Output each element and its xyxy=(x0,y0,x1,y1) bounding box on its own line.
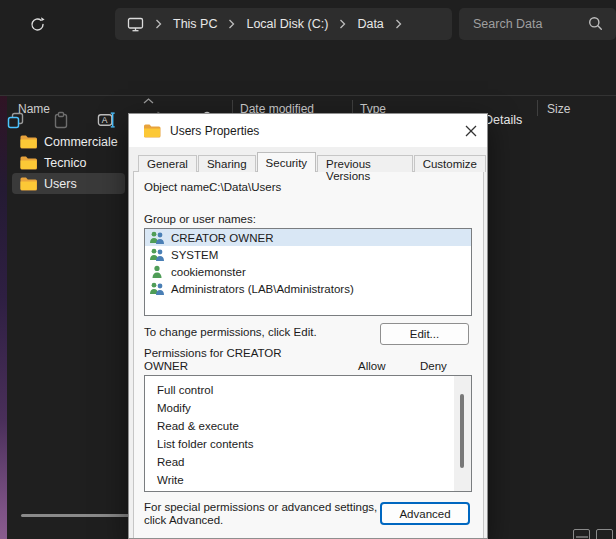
permission-name: Read xyxy=(157,456,185,468)
folder-name: Users xyxy=(44,177,77,191)
refresh-button[interactable] xyxy=(26,13,48,35)
dialog-title: Users Properties xyxy=(170,124,259,138)
icons-view-toggle[interactable] xyxy=(596,529,613,539)
folder-icon xyxy=(20,135,37,149)
permission-row-list-folder-contents: List folder contents xyxy=(145,435,453,453)
group-icon xyxy=(149,248,165,261)
command-bar: A xyxy=(0,48,616,96)
svg-text:A: A xyxy=(102,115,108,125)
tab-security[interactable]: Security xyxy=(257,152,317,172)
group-user-list: CREATOR OWNER SYSTEM cookiemonster xyxy=(144,228,472,316)
group-row-administrators[interactable]: Administrators (LAB\Administrators) xyxy=(145,280,471,297)
folder-row-commerciale[interactable]: Commerciale xyxy=(12,131,125,152)
search-icon xyxy=(588,16,603,34)
rename-button[interactable]: A xyxy=(97,110,117,130)
folder-row-tecnico[interactable]: Tecnico xyxy=(12,152,125,173)
groups-label: Group or user names: xyxy=(144,213,256,225)
permission-name: Write xyxy=(157,474,184,486)
group-name: SYSTEM xyxy=(171,249,218,261)
column-divider[interactable] xyxy=(537,100,538,116)
dialog-close-button[interactable] xyxy=(462,122,479,139)
breadcrumb-data[interactable]: Data xyxy=(357,17,383,31)
breadcrumb-this-pc[interactable]: This PC xyxy=(173,17,217,31)
details-view-toggle[interactable] xyxy=(573,529,590,539)
paste-button[interactable] xyxy=(51,110,71,130)
column-header-name[interactable]: Name xyxy=(18,102,50,116)
folder-icon xyxy=(20,156,37,170)
tab-sharing[interactable]: Sharing xyxy=(198,155,256,172)
advanced-hint: For special permissions or advanced sett… xyxy=(144,501,377,513)
object-name-value: C:\Data\Users xyxy=(209,181,281,193)
permissions-for-label-2: OWNER xyxy=(144,360,188,372)
edit-button[interactable]: Edit... xyxy=(380,323,469,345)
permissions-for-label: Permissions for CREATOR xyxy=(144,347,282,359)
advanced-button[interactable]: Advanced xyxy=(380,502,470,525)
navigation-bar: This PC Local Disk (C:) Data Search Data xyxy=(0,0,616,48)
chevron-right-icon xyxy=(339,19,346,29)
permissions-scrollbar[interactable] xyxy=(454,376,471,492)
refresh-icon xyxy=(29,16,46,33)
advanced-hint-2: click Advanced. xyxy=(144,514,223,526)
breadcrumb: This PC Local Disk (C:) Data xyxy=(115,8,452,40)
search-placeholder: Search Data xyxy=(473,17,542,31)
group-name: cookiemonster xyxy=(171,266,246,278)
permission-row-modify: Modify xyxy=(145,399,453,417)
close-icon xyxy=(465,125,477,137)
dialog-tabs: General Sharing Security Previous Versio… xyxy=(138,153,487,172)
permission-row-write: Write xyxy=(145,471,453,489)
search-input[interactable]: Search Data xyxy=(459,8,616,40)
permission-name: Full control xyxy=(157,384,213,396)
group-name: Administrators (LAB\Administrators) xyxy=(171,283,354,295)
tab-general[interactable]: General xyxy=(138,155,197,172)
permission-name: List folder contents xyxy=(157,438,254,450)
permission-row-special-permissions: Special permissions xyxy=(145,489,453,492)
column-header-size[interactable]: Size xyxy=(547,102,570,116)
group-icon xyxy=(149,282,165,295)
this-pc-icon xyxy=(127,17,144,32)
folder-icon xyxy=(20,177,37,191)
users-properties-dialog: Users Properties General Sharing Securit… xyxy=(128,113,488,539)
folder-icon xyxy=(143,124,161,138)
breadcrumb-local-disk-c[interactable]: Local Disk (C:) xyxy=(246,17,328,31)
scrollbar-thumb[interactable] xyxy=(460,394,464,468)
group-row-cookiemonster[interactable]: cookiemonster xyxy=(145,263,471,280)
permission-name: Read & execute xyxy=(157,420,239,432)
group-icon xyxy=(149,231,165,244)
folder-name: Tecnico xyxy=(44,156,86,170)
group-name: CREATOR OWNER xyxy=(171,232,273,244)
group-row-system[interactable]: SYSTEM xyxy=(145,246,471,263)
rename-icon: A xyxy=(97,111,117,129)
chevron-right-icon xyxy=(155,19,162,29)
deny-column-label: Deny xyxy=(420,360,447,372)
dialog-title-bar[interactable]: Users Properties xyxy=(129,114,487,147)
chevron-right-icon xyxy=(395,19,402,29)
tab-previous-versions[interactable]: Previous Versions xyxy=(317,155,413,172)
permissions-list: Full control Modify Read & execute List … xyxy=(144,375,472,492)
details-button[interactable]: Details xyxy=(484,113,522,127)
permission-row-read-execute: Read & execute xyxy=(145,417,453,435)
folder-row-users[interactable]: Users xyxy=(12,173,125,194)
object-name-label: Object name: xyxy=(144,181,212,193)
group-row-creator-owner[interactable]: CREATOR OWNER xyxy=(145,229,471,246)
allow-column-label: Allow xyxy=(358,360,385,372)
folder-name: Commerciale xyxy=(44,135,118,149)
user-icon xyxy=(149,265,165,278)
paste-icon xyxy=(52,111,70,130)
edit-hint: To change permissions, click Edit. xyxy=(144,326,317,338)
permission-row-read: Read xyxy=(145,453,453,471)
chevron-right-icon xyxy=(228,19,235,29)
permission-row-full-control: Full control xyxy=(145,381,453,399)
sort-ascending-icon xyxy=(138,91,158,111)
tab-customize[interactable]: Customize xyxy=(414,155,486,172)
screen: This PC Local Disk (C:) Data Search Data xyxy=(0,0,616,539)
permission-name: Modify xyxy=(157,402,191,414)
